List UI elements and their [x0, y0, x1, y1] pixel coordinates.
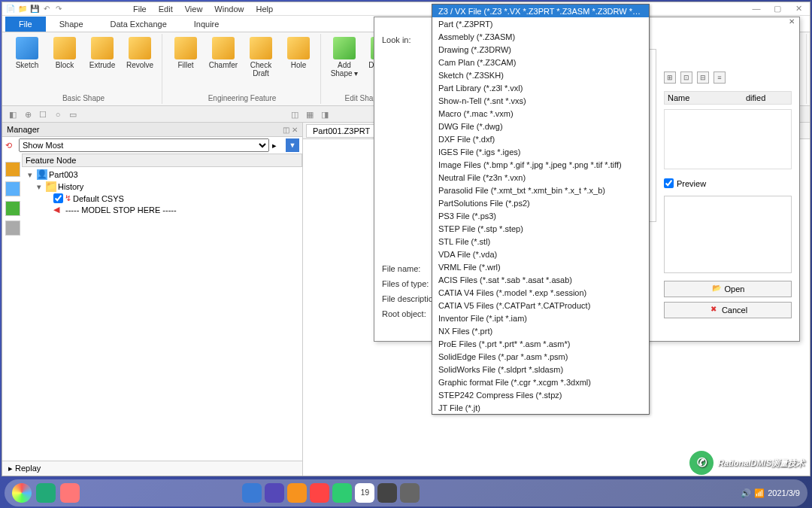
file-type-option[interactable]: Z3 / VX File (*.Z3 *.VX *.Z3PRT *.Z3ASM …	[432, 5, 649, 17]
file-type-option[interactable]: DXF File (*.dxf)	[432, 132, 649, 145]
file-type-option[interactable]: DWG File (*.dwg)	[432, 120, 649, 132]
home-icon[interactable]: ⟲	[5, 141, 16, 151]
file-type-option[interactable]: Sketch (*.Z3SKH)	[432, 68, 649, 81]
replay-bar[interactable]: ▸ Replay	[2, 461, 302, 476]
menu-view[interactable]: View	[185, 5, 203, 14]
manager-title: Manager	[7, 125, 39, 134]
taskbar-app[interactable]	[400, 483, 420, 503]
ribbon-tab-data-exchange[interactable]: Data Exchange	[97, 17, 180, 32]
file-type-option[interactable]: Show-n-Tell (*.snt *.vxs)	[432, 94, 649, 107]
qt-icon[interactable]: ▦	[304, 108, 316, 120]
file-type-option[interactable]: Part (*.Z3PRT)	[432, 17, 649, 30]
tree-root[interactable]: Part003	[49, 170, 78, 179]
fillet-button[interactable]: Fillet	[168, 35, 203, 78]
taskbar-app[interactable]	[242, 483, 262, 503]
file-type-option[interactable]: Cam Plan (*.Z3CAM)	[432, 56, 649, 68]
filter-icon[interactable]: ▼	[286, 138, 299, 152]
start-button[interactable]	[12, 483, 32, 503]
file-type-option[interactable]: PartSolutions File (*.ps2)	[432, 196, 649, 209]
taskbar-item[interactable]	[36, 483, 56, 503]
ribbon-tab-shape[interactable]: Shape	[46, 17, 97, 32]
extrude-button[interactable]: Extrude	[85, 35, 120, 78]
file-type-option[interactable]: ACIS Files (*.sat *.sab *.asat *.asab)	[432, 273, 649, 286]
minimize-button[interactable]: —	[748, 4, 765, 14]
file-type-option[interactable]: VDA File (*.vda)	[432, 248, 649, 260]
taskbar-app[interactable]	[310, 483, 329, 503]
taskbar-app[interactable]	[265, 483, 284, 503]
qt-icon[interactable]: ⊕	[22, 108, 34, 120]
tray-icon[interactable]: 🔊	[741, 488, 751, 498]
file-type-option[interactable]: Image Files (*.bmp *.gif *.jpg *.jpeg *.…	[432, 158, 649, 171]
preview-checkbox[interactable]	[664, 178, 674, 188]
sidetab[interactable]	[5, 162, 20, 177]
file-type-option[interactable]: VRML File (*.wrl)	[432, 260, 649, 273]
taskbar-app[interactable]	[377, 483, 397, 503]
view-icon[interactable]: ≡	[714, 71, 726, 84]
open-button[interactable]: 📂Open	[664, 281, 792, 297]
file-type-option[interactable]: Neutral File (*z3n *.vxn)	[432, 171, 649, 184]
file-type-option[interactable]: NX Files (*.prt)	[432, 324, 649, 337]
maximize-button[interactable]: ▢	[769, 4, 786, 14]
sidetab[interactable]	[5, 201, 20, 216]
file-type-dropdown[interactable]: Z3 / VX File (*.Z3 *.VX *.Z3PRT *.Z3ASM …	[432, 4, 650, 415]
qt-icon[interactable]: ◨	[319, 108, 331, 120]
file-type-option[interactable]: Assmebly (*.Z3ASM)	[432, 30, 649, 43]
file-type-option[interactable]: IGES File (*.igs *.iges)	[432, 145, 649, 158]
file-type-option[interactable]: CATIA V5 Files (*.CATPart *.CATProduct)	[432, 299, 649, 312]
ribbon-tab-inquire[interactable]: Inquire	[180, 17, 233, 32]
csys-checkbox[interactable]	[53, 193, 63, 203]
file-type-option[interactable]: Drawing (*.Z3DRW)	[432, 43, 649, 56]
hole-button[interactable]: Hole	[281, 35, 316, 78]
menu-help[interactable]: Help	[256, 5, 273, 14]
file-type-option[interactable]: STEP File (*.stp *.step)	[432, 222, 649, 235]
file-type-option[interactable]: SolidEdge Files (*.par *.asm *.psm)	[432, 350, 649, 363]
file-type-option[interactable]: ProE Files (*.prt *.prt* *.asm *.asm*)	[432, 337, 649, 350]
file-type-option[interactable]: STEP242 Compress Files (*.stpz)	[432, 388, 649, 401]
cancel-button[interactable]: ✖Cancel	[664, 302, 792, 318]
view-icon[interactable]: ⊟	[697, 71, 709, 84]
qt-icon[interactable]: ○	[52, 108, 64, 120]
menu-edit[interactable]: Edit	[159, 5, 173, 14]
sketch-button[interactable]: Sketch	[10, 35, 44, 78]
menubar: File Edit View Window Help	[127, 5, 279, 14]
watermark: ✆ RationalDMIS测量技术	[689, 451, 804, 475]
file-type-option[interactable]: PS3 File (*.ps3)	[432, 209, 649, 222]
file-type-option[interactable]: JT File (*.jt)	[432, 401, 649, 414]
file-listing[interactable]	[664, 109, 792, 169]
qt-icon[interactable]: ▭	[67, 108, 79, 120]
taskbar-app[interactable]	[287, 483, 307, 503]
file-type-option[interactable]: SolidWorks File (*.sldprt *.sldasm)	[432, 363, 649, 376]
taskbar-app[interactable]: 19	[355, 483, 374, 503]
file-type-option[interactable]: Parasolid File (*.xmt_txt *.xmt_bin *.x_…	[432, 184, 649, 196]
tray-icon[interactable]: 📶	[754, 488, 765, 498]
tree-history[interactable]: History	[58, 182, 83, 191]
file-type-option[interactable]: STL File (*.stl)	[432, 235, 649, 248]
preview-label: Preview	[677, 179, 706, 188]
add-shape-button[interactable]: Add Shape ▾	[327, 35, 362, 78]
qt-icon[interactable]: ☐	[37, 108, 49, 120]
taskbar-item[interactable]	[60, 483, 80, 503]
file-type-option[interactable]: Inventor File (*.ipt *.iam)	[432, 312, 649, 324]
file-type-option[interactable]: CATIA V4 Files (*.model *.exp *.session)	[432, 286, 649, 299]
close-button[interactable]: ✕	[790, 4, 807, 14]
chamfer-button[interactable]: Chamfer	[206, 35, 241, 78]
sidetab[interactable]	[5, 181, 20, 196]
file-type-option[interactable]: Part Library (*.z3l *.vxl)	[432, 81, 649, 94]
sidetab[interactable]	[5, 221, 20, 236]
block-button[interactable]: Block	[47, 35, 82, 78]
taskbar-app[interactable]	[332, 483, 352, 503]
view-icon[interactable]: ⊡	[680, 71, 692, 84]
menu-window[interactable]: Window	[214, 5, 244, 14]
menu-file[interactable]: File	[133, 5, 147, 14]
revolve-button[interactable]: Revolve	[123, 35, 157, 78]
file-type-option[interactable]: Graphic format File (*.cgr *.xcgm *.3dxm…	[432, 376, 649, 388]
check-draft-button[interactable]: Check Draft	[244, 35, 278, 78]
show-mode-select[interactable]: Show Most	[19, 138, 269, 152]
dialog-close-icon[interactable]: ✕	[789, 17, 795, 29]
qt-icon[interactable]: ◧	[7, 108, 19, 120]
default-csys[interactable]: Default CSYS	[73, 194, 124, 203]
qt-icon[interactable]: ◫	[289, 108, 301, 120]
view-icon[interactable]: ⊞	[664, 71, 676, 84]
ribbon-tab-file[interactable]: File	[5, 17, 46, 32]
file-type-option[interactable]: Macro (*.mac *.vxm)	[432, 107, 649, 120]
